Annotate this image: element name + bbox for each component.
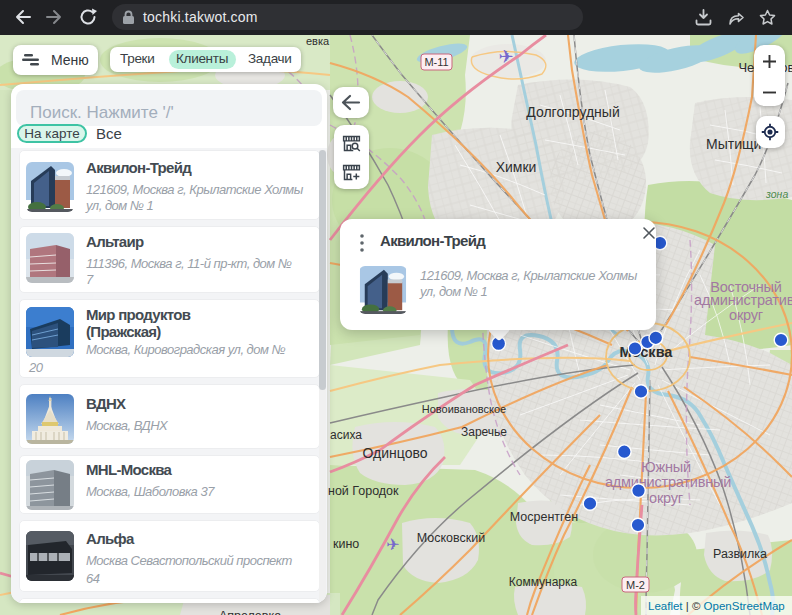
svg-text:Южный: Южный	[641, 459, 691, 475]
svg-text:кино: кино	[333, 537, 359, 551]
svg-text:Химки: Химки	[496, 159, 537, 175]
svg-text:М-2: М-2	[626, 579, 645, 591]
svg-text:Коммунарка: Коммунарка	[509, 575, 578, 589]
svg-text:М-11: М-11	[424, 56, 448, 68]
svg-text:Развилка: Развилка	[713, 547, 767, 561]
svg-text:Новоивановское: Новоивановское	[422, 403, 506, 415]
svg-text:Апрелевка: Апрелевка	[219, 609, 281, 615]
svg-text:Заречье: Заречье	[461, 425, 507, 439]
svg-text:Одинцово: Одинцово	[362, 445, 427, 461]
svg-text:Leaflet | © OpenStreetMap: Leaflet | © OpenStreetMap	[648, 600, 785, 612]
svg-text:Мосрентген: Мосрентген	[510, 510, 579, 524]
svg-text:округ: округ	[649, 490, 683, 506]
svg-text:ной Городок: ной Городок	[328, 484, 399, 498]
svg-text:Долгопрудный: Долгопрудный	[526, 104, 619, 120]
svg-text:административный: административный	[694, 292, 792, 308]
svg-text:евка: евка	[306, 35, 330, 47]
svg-text:Мытищи: Мытищи	[706, 136, 761, 152]
svg-text:Московский: Московский	[417, 531, 486, 545]
svg-text:асиха: асиха	[330, 428, 362, 442]
svg-text:✈: ✈	[386, 536, 399, 553]
svg-text:административный: административный	[605, 474, 731, 490]
svg-text:✈: ✈	[498, 47, 513, 67]
svg-text:округ: округ	[729, 307, 763, 323]
svg-text:зона: зона	[765, 188, 788, 200]
